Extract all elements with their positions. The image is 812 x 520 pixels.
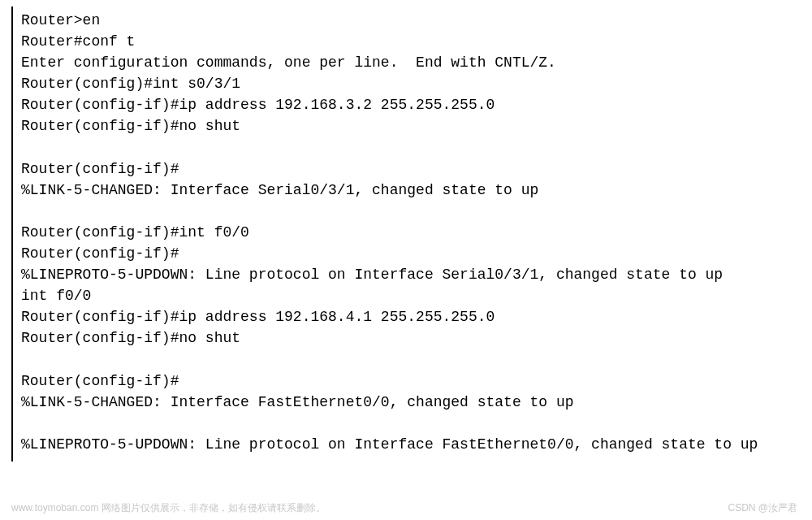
- terminal-line: Router(config-if)#ip address 192.168.4.1…: [21, 306, 812, 327]
- terminal-line: Router(config-if)#: [21, 158, 812, 180]
- terminal-line: Router(config-if)#ip address 192.168.3.2…: [21, 94, 812, 115]
- terminal-line: %LINK-5-CHANGED: Interface FastEthernet0…: [21, 392, 812, 413]
- terminal-line: %LINK-5-CHANGED: Interface Serial0/3/1, …: [21, 180, 812, 201]
- terminal-line: Router(config-if)#no shut: [21, 115, 812, 136]
- terminal-line: [21, 137, 812, 158]
- terminal-line: Router>en: [21, 10, 812, 31]
- terminal-line: Router(config-if)#int f0/0: [21, 222, 812, 243]
- terminal-line: %LINEPROTO-5-UPDOWN: Line protocol on In…: [21, 434, 812, 455]
- terminal-line: [21, 413, 812, 434]
- terminal-line: Router(config)#int s0/3/1: [21, 73, 812, 94]
- terminal-line: [21, 349, 812, 370]
- terminal-line: Enter configuration commands, one per li…: [21, 52, 812, 73]
- terminal-output: Router>enRouter#conf tEnter configuratio…: [11, 6, 812, 462]
- watermark-left: www.toymoban.com 网络图片仅供展示，非存储，如有侵权请联系删除。: [11, 501, 326, 515]
- terminal-line: Router(config-if)#: [21, 243, 812, 264]
- terminal-line: %LINEPROTO-5-UPDOWN: Line protocol on In…: [21, 264, 812, 285]
- terminal-line: [21, 201, 812, 222]
- watermark-right: CSDN @汝严君: [728, 501, 797, 515]
- terminal-line: Router(config-if)#: [21, 370, 812, 392]
- terminal-line: Router#conf t: [21, 31, 812, 52]
- terminal-line: Router(config-if)#no shut: [21, 327, 812, 349]
- terminal-line: int f0/0: [21, 285, 812, 306]
